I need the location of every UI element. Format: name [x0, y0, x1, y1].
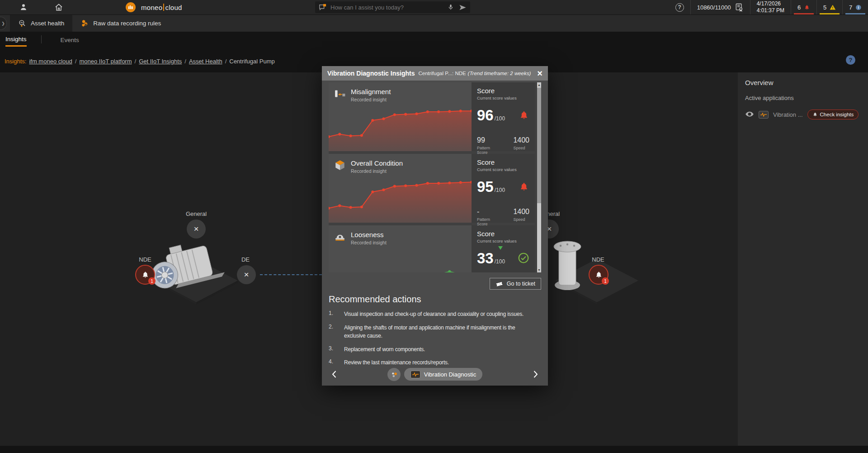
insight-kind: Recorded insight [351, 240, 387, 245]
ifm-logo[interactable] [126, 2, 136, 12]
info-circle-icon [855, 4, 862, 11]
send-icon[interactable] [459, 4, 467, 11]
score-title: Score [477, 158, 529, 166]
vibration-app-icon [410, 371, 420, 378]
item-text: Visual inspection and check-up of cleara… [344, 310, 534, 319]
brand-cloud: cloud [165, 4, 182, 11]
check-insights-label: Check insights [820, 112, 854, 117]
alarms-badge[interactable]: 6 [791, 0, 816, 14]
page-help-button[interactable]: ? [846, 55, 855, 65]
go-to-ticket-button[interactable]: Go to ticket [490, 278, 541, 290]
application-name: Vibration ... [773, 111, 803, 118]
insight-title: Misalignment [351, 88, 391, 95]
cards-scrollbar[interactable]: ▲ ▼ [537, 82, 541, 272]
score-panel: Score Current score values 33 /100 [472, 225, 535, 272]
alarm-underline [794, 13, 814, 14]
alarm-count-badge: 1 [148, 277, 156, 285]
insight-cards-scroll-area: Misalignment Recorded insight Score Curr… [329, 82, 541, 272]
info-badge[interactable]: 7 [842, 0, 868, 14]
close-dialog-button[interactable]: × [537, 69, 542, 78]
applications-menu-button[interactable] [387, 368, 401, 381]
score-subtitle: Current score values [477, 167, 529, 172]
collapse-panel-handle[interactable]: ❯ [0, 17, 7, 30]
datetime-display: 4/17/2026 4:01:37 PM [750, 0, 791, 14]
vibration-diagnostic-label: Vibration Diagnostic [424, 371, 476, 378]
misalignment-icon [334, 88, 346, 100]
active-applications-label: Active applications [745, 95, 861, 101]
info-count: 7 [849, 4, 852, 11]
breadcrumb-link-get-iiot-insights[interactable]: Get IIoT Insights [139, 58, 182, 65]
scroll-up-arrow[interactable]: ▲ [537, 82, 541, 87]
speed-value: 1400 [513, 208, 529, 216]
breadcrumb-link-ifm-moneo-cloud[interactable]: ifm moneo cloud [29, 58, 72, 65]
looseness-bearing-icon [334, 231, 346, 243]
breadcrumb-prefix: Insights: [5, 58, 26, 65]
left-pump-nde-label: NDE [127, 256, 163, 263]
score-subtitle: Current score values [477, 238, 529, 243]
vibration-diagnostic-insights-dialog: Vibration Diagnostic Insights Centrifuga… [322, 66, 548, 386]
next-application-button[interactable] [530, 368, 542, 380]
breadcrumb-separator: / [135, 58, 137, 65]
right-pump-nde-alarm-marker[interactable]: 1 [589, 265, 609, 285]
brand-divider [163, 4, 164, 11]
dialog-title: Vibration Diagnostic Insights [327, 70, 415, 77]
scrollbar-thumb[interactable] [537, 88, 541, 203]
help-glyph: ? [675, 3, 684, 12]
item-text: Review the last maintenance records/repo… [344, 358, 534, 367]
subtab-events[interactable]: Events [61, 33, 79, 46]
page-bottom-strip [0, 446, 868, 453]
tab-raw-data-recording-rules[interactable]: Raw data recording rules [72, 15, 169, 32]
looseness-trend-chart [329, 269, 472, 272]
time-text: 4:01:37 PM [757, 7, 784, 14]
scroll-down-arrow[interactable]: ▼ [537, 267, 541, 272]
assistant-input[interactable] [330, 4, 447, 11]
score-value: 33 [477, 251, 494, 266]
trend-down-indicator [498, 246, 503, 250]
recommended-actions-title: Recommended actions [329, 294, 541, 305]
go-to-ticket-label: Go to ticket [507, 281, 535, 287]
recommended-action-item: 3. Replacement of worn components. [329, 345, 541, 354]
user-icon[interactable] [19, 3, 28, 12]
recommended-action-item: 2. Aligning the shafts of motor and appl… [329, 324, 541, 340]
microphone-icon[interactable] [447, 3, 454, 11]
previous-application-button[interactable] [328, 368, 340, 380]
breadcrumb-link-asset-health[interactable]: Asset Health [189, 58, 222, 65]
breadcrumb-link-moneo-iiot-platform[interactable]: moneo IIoT platform [79, 58, 132, 65]
alarm-bell-icon [519, 181, 529, 192]
alarm-bell-icon [594, 271, 603, 279]
item-number: 2. [329, 324, 344, 340]
subtab-row: Insights Events [0, 32, 868, 47]
subtab-insights[interactable]: Insights [5, 32, 27, 47]
left-motor-illustration [147, 231, 246, 305]
speed-label: Speed [513, 217, 529, 222]
vibration-diagnostic-app-pill[interactable]: Vibration Diagnostic [404, 368, 482, 381]
alarm-bell-icon [519, 110, 529, 121]
warnings-badge[interactable]: 5 [816, 0, 842, 14]
speed-label: Speed [513, 146, 529, 150]
pattern-score-value: - [477, 208, 501, 216]
insight-card-misalignment[interactable]: Misalignment Recorded insight Score Curr… [329, 82, 535, 151]
recommended-actions-list: 1. Visual inspection and check-up of cle… [329, 310, 541, 367]
warning-triangle-icon [830, 4, 836, 11]
help-button[interactable]: ? [669, 0, 690, 14]
recommended-action-item: 1. Visual inspection and check-up of cle… [329, 310, 541, 319]
recommended-action-item: 4. Review the last maintenance records/r… [329, 358, 541, 367]
tab-asset-health[interactable]: Asset health [10, 15, 72, 32]
warning-underline [820, 13, 840, 14]
date-text: 4/17/2026 [757, 0, 784, 7]
dialog-header: Vibration Diagnostic Insights Centrifuga… [322, 66, 548, 81]
breadcrumb-separator: / [184, 58, 186, 65]
check-insights-button[interactable]: Check insights [807, 110, 859, 119]
overall-condition-trend-chart [329, 177, 472, 223]
chat-assistant-icon [319, 4, 327, 11]
left-pump-nde-alarm-marker[interactable]: 1 [135, 265, 155, 285]
insight-card-overall-condition[interactable]: Overall Condition Recorded insight Score… [329, 154, 535, 223]
alarm-count: 6 [797, 4, 801, 11]
visibility-eye-icon[interactable] [745, 111, 754, 118]
home-icon[interactable] [54, 3, 63, 12]
insight-card-looseness[interactable]: Looseness Recorded insight Score Current… [329, 225, 535, 272]
score-value: 95 [477, 179, 494, 194]
license-certificate-icon[interactable] [735, 3, 744, 12]
left-pump-de-close-button[interactable]: × [237, 265, 256, 284]
tab-raw-data-label: Raw data recording rules [93, 20, 161, 27]
